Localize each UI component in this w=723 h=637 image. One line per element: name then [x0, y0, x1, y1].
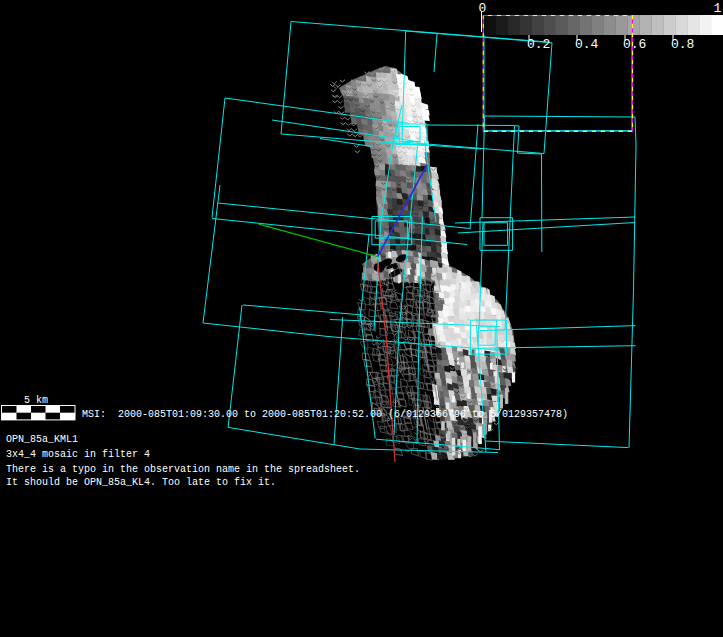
svg-text:0.8: 0.8: [671, 37, 694, 52]
svg-text:0.6: 0.6: [623, 37, 646, 52]
svg-text:It should be OPN_85a_KL4. Too: It should be OPN_85a_KL4. Too late to fi…: [6, 477, 276, 488]
svg-text:OPN_85a_KML1: OPN_85a_KML1: [6, 434, 78, 445]
svg-text:0.4: 0.4: [575, 37, 599, 52]
svg-text:3x4_4 mosaic in filter 4: 3x4_4 mosaic in filter 4: [6, 449, 150, 460]
svg-text:MSI: 2000-085T01:09:30.00 to: MSI: 2000-085T01:09:30.00 to 2000-085T01…: [82, 409, 568, 420]
svg-text:0: 0: [479, 1, 487, 16]
svg-text:There is a typo in the observa: There is a typo in the observation name …: [6, 464, 360, 475]
svg-text:1: 1: [714, 1, 722, 16]
svg-text:0.2: 0.2: [527, 37, 550, 52]
svg-text:5 km: 5 km: [24, 395, 48, 406]
